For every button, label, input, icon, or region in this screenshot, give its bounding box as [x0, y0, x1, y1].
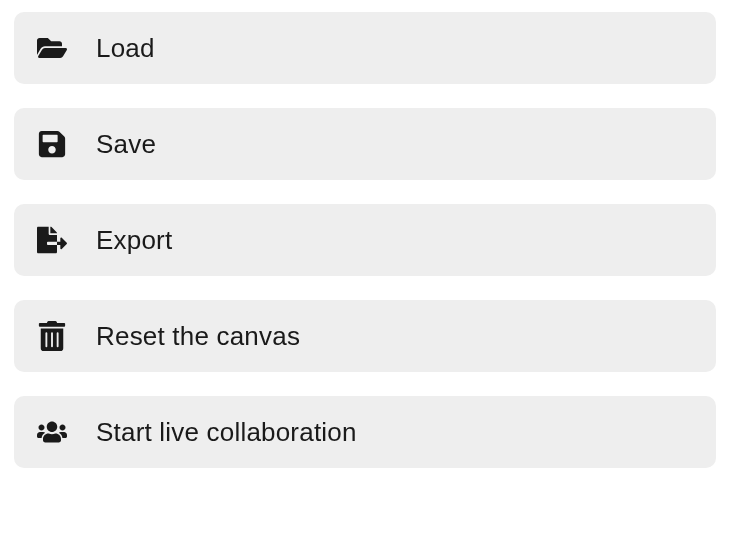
- folder-open-icon: [36, 32, 68, 64]
- menu-item-label: Export: [96, 225, 172, 256]
- menu-item-save[interactable]: Save: [14, 108, 716, 180]
- menu-item-reset[interactable]: Reset the canvas: [14, 300, 716, 372]
- users-icon: [36, 416, 68, 448]
- menu-item-export[interactable]: Export: [14, 204, 716, 276]
- menu-item-label: Start live collaboration: [96, 417, 357, 448]
- menu-item-load[interactable]: Load: [14, 12, 716, 84]
- save-disk-icon: [36, 128, 68, 160]
- menu-item-label: Reset the canvas: [96, 321, 300, 352]
- menu-item-label: Load: [96, 33, 155, 64]
- file-export-icon: [36, 224, 68, 256]
- menu-item-collaborate[interactable]: Start live collaboration: [14, 396, 716, 468]
- menu-item-label: Save: [96, 129, 156, 160]
- menu-list: Load Save Export Reset the canvas Start …: [14, 12, 716, 468]
- trash-icon: [36, 320, 68, 352]
